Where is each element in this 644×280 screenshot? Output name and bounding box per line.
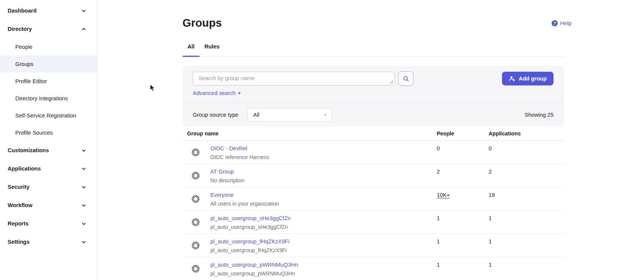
chevron-down-icon (81, 166, 86, 171)
sidebar-subitem-label: Profile Editor (15, 78, 47, 84)
search-input[interactable] (193, 72, 395, 85)
group-icon (191, 195, 200, 203)
help-link[interactable]: Help (552, 20, 571, 26)
sidebar: Dashboard Directory People Groups Profil… (0, 0, 97, 280)
group-name-link[interactable]: Everyone (210, 192, 234, 198)
people-count[interactable]: 10K+ (437, 192, 450, 198)
tab-rules[interactable]: Rules (200, 43, 225, 56)
table-row: Everyone All users in your organization … (182, 187, 564, 211)
table-row: pl_auto_usergroup_pWRNMuQ3Hn pl_auto_use… (182, 257, 564, 280)
sidebar-item-label: Security (8, 184, 29, 190)
sidebar-item-directory[interactable]: Directory (0, 20, 97, 38)
sidebar-item-label: Reports (8, 220, 29, 227)
sidebar-item-applications[interactable]: Applications (0, 159, 97, 178)
table-row: pl_auto_usergroup_sHe3ggCfZn pl_auto_use… (182, 211, 564, 234)
applications-count: 0 (489, 145, 492, 151)
help-icon (552, 20, 558, 26)
showing-count: Showing 25 (525, 112, 554, 118)
resize-grip-icon[interactable] (390, 80, 394, 84)
people-count: 1 (437, 215, 440, 221)
chevron-down-icon (81, 203, 86, 208)
applications-count: 1 (489, 262, 492, 268)
group-name-link[interactable]: OIDC - DevRel (210, 145, 247, 151)
group-source-type-select[interactable]: All (247, 108, 332, 122)
people-count: 1 (437, 262, 440, 268)
table-body: OIDC - DevRel OIDC reference Harness 0 0… (182, 141, 564, 280)
add-group-button[interactable]: Add group (502, 72, 554, 85)
sidebar-subitem-label: Profile Sources (15, 130, 53, 136)
table-row: OIDC - DevRel OIDC reference Harness 0 0 (182, 141, 564, 164)
group-name-cell: OIDC - DevRel OIDC reference Harness (182, 141, 437, 164)
table-row: AT Group No description 2 2 (182, 164, 564, 187)
sidebar-nav: Dashboard Directory People Groups Profil… (0, 2, 97, 251)
group-name-cell: AT Group No description (182, 164, 437, 187)
group-name-cell: pl_auto_usergroup_sHe3ggCfZn pl_auto_use… (182, 211, 437, 233)
sidebar-item-reports[interactable]: Reports (0, 214, 97, 233)
people-count-cell: 10K+ (437, 187, 489, 210)
groups-toolbar-card: Add group Advanced search Group source t… (182, 66, 564, 127)
group-name-link[interactable]: pl_auto_usergroup_fHqZKzX9Fi (210, 238, 289, 245)
people-count-cell: 1 (437, 211, 489, 233)
table-header: Group name People Applications (182, 127, 564, 141)
sidebar-subitem-label: Groups (15, 61, 34, 67)
chevron-down-icon (81, 221, 86, 226)
column-applications: Applications (489, 130, 564, 137)
applications-count: 1 (489, 215, 492, 221)
people-count: 0 (437, 145, 440, 151)
sidebar-item-workflow[interactable]: Workflow (0, 196, 97, 214)
group-description: No description (210, 177, 245, 183)
search-field (193, 72, 395, 85)
group-icon (191, 241, 200, 250)
group-name-cell: Everyone All users in your organization (182, 187, 437, 210)
sidebar-item-settings[interactable]: Settings (0, 233, 97, 251)
sidebar-item-customizations[interactable]: Customizations (0, 141, 97, 159)
group-icon (191, 218, 200, 227)
main-content: Groups Help All Rules (98, 0, 644, 280)
group-name-link[interactable]: pl_auto_usergroup_sHe3ggCfZn (210, 215, 291, 221)
sidebar-item-label: Workflow (8, 202, 32, 208)
search-button[interactable] (398, 71, 413, 86)
group-description: pl_auto_usergroup_sHe3ggCfZn (210, 224, 291, 230)
sidebar-item-directory-integrations[interactable]: Directory Integrations (0, 90, 97, 107)
people-count-cell: 1 (437, 257, 489, 280)
sidebar-item-dashboard[interactable]: Dashboard (0, 2, 97, 20)
sidebar-item-self-service-registration[interactable]: Self-Service Registration (0, 107, 97, 124)
column-people: People (437, 130, 489, 137)
group-name-cell: pl_auto_usergroup_pWRNMuQ3Hn pl_auto_use… (182, 257, 437, 280)
table-row: pl_auto_usergroup_fHqZKzX9Fi pl_auto_use… (182, 234, 564, 257)
sidebar-item-label: Directory (8, 26, 32, 32)
group-description: All users in your organization (210, 201, 279, 207)
advanced-search-link[interactable]: Advanced search (193, 90, 240, 96)
people-count-cell: 0 (437, 141, 489, 164)
sidebar-subitem-label: Directory Integrations (15, 95, 68, 101)
sidebar-item-profile-editor[interactable]: Profile Editor (0, 72, 97, 90)
sidebar-item-groups[interactable]: Groups (0, 55, 97, 72)
group-name-link[interactable]: pl_auto_usergroup_pWRNMuQ3Hn (210, 262, 298, 268)
group-source-type-value: All (253, 112, 259, 118)
sidebar-item-label: Dashboard (8, 8, 37, 14)
applications-count-cell: 1 (489, 211, 564, 233)
tab-label: All (187, 43, 195, 50)
applications-count-cell: 1 (489, 234, 564, 257)
people-count: 2 (437, 169, 440, 175)
search-icon (403, 76, 409, 82)
people-count-cell: 2 (437, 164, 489, 187)
tab-all[interactable]: All (182, 43, 200, 56)
sidebar-item-label: Customizations (8, 147, 49, 153)
sidebar-item-people[interactable]: People (0, 38, 97, 55)
sidebar-item-security[interactable]: Security (0, 178, 97, 196)
applications-count-cell: 2 (489, 164, 564, 187)
add-group-label: Add group (519, 76, 547, 82)
tab-bar: All Rules (182, 43, 564, 56)
people-count-cell: 1 (437, 234, 489, 257)
group-icon (191, 171, 200, 180)
groups-table: Group name People Applications OIDC - De… (182, 127, 564, 280)
chevron-down-icon (81, 240, 86, 245)
group-source-type-label: Group source type (193, 112, 238, 118)
help-label: Help (560, 20, 571, 26)
sidebar-item-profile-sources[interactable]: Profile Sources (0, 124, 97, 141)
group-description: pl_auto_usergroup_fHqZKzX9Fi (210, 247, 289, 253)
group-name-link[interactable]: AT Group (210, 169, 234, 175)
sidebar-item-label: Applications (8, 166, 41, 172)
chevron-up-icon (81, 27, 86, 32)
